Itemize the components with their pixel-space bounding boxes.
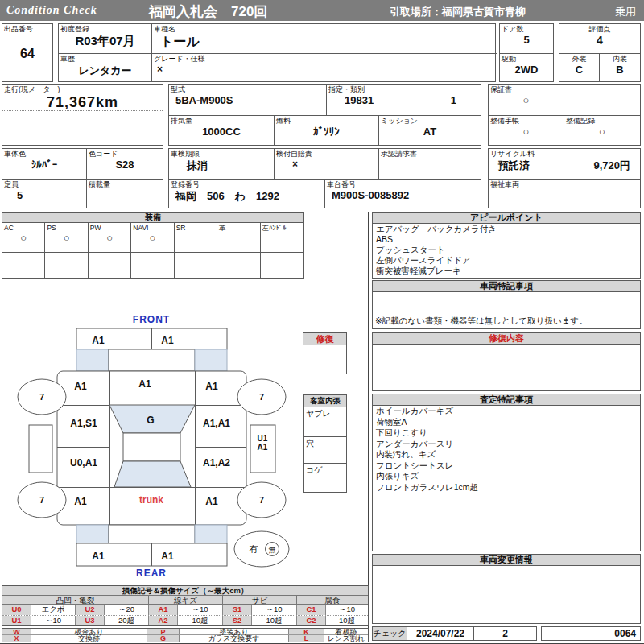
cabin-row-hole: 穴 [304, 437, 346, 464]
legend-row: U0 エクボ U2 ～20 A1 ～10 S1 ～10 C1 ～10 [2, 605, 368, 615]
warranty-cell: 保証書 ○ [489, 85, 564, 116]
drive-label: 駆動 [500, 54, 553, 64]
roof [123, 433, 180, 461]
title-bar: Condition Check 福岡入札会 720回 引取場所：福岡県古賀市青柳… [0, 0, 644, 21]
legend-size: ～10 [326, 605, 368, 615]
vehicle-notes-disclaimer: ※記載のない書類・機器等は無しとして取り扱います。 [375, 316, 588, 327]
taillight-right [195, 525, 227, 543]
legend-size: エクボ [31, 605, 76, 615]
wheel-fl-label: 7 [39, 392, 44, 402]
class-no-value: 19831 [345, 94, 374, 106]
right-sill-label-1: U1 [258, 434, 268, 443]
history-cell: 車歴 レンタカー [59, 54, 152, 82]
legend-code: P [147, 629, 180, 634]
legend-desc: ガラス交換要す [180, 635, 289, 642]
legend-code: A1 [149, 605, 178, 615]
cabin-interior-title: 客室内張 [304, 395, 346, 407]
score-label: 評価点 [559, 24, 640, 34]
legend-size: ～10 [31, 616, 76, 625]
lot-number-box: 出品番号 64 [2, 23, 53, 82]
legend-size: ～10 [178, 605, 223, 615]
equipment-mark: ○ [2, 232, 44, 244]
equipment-cell-sr: SR [175, 223, 217, 252]
model-code-box: 型式 5BA-M900S 指定・類別 19831 1 排気量 1000CC 燃料… [168, 84, 481, 146]
drive-cell: 駆動 2WD [500, 54, 553, 82]
recycle-status: 預託済 [498, 159, 530, 173]
appeal-line: エアバッグ バックカメラ付き [373, 224, 640, 234]
first-registration-value: R03年07月 [59, 34, 151, 49]
shaken-label: 車検期限 [169, 149, 274, 159]
doors-label: ドア数 [500, 24, 553, 34]
legend-size: 10超 [252, 616, 297, 625]
vehicle-category: 乗用 [615, 5, 636, 19]
maintenance-book-mark: ○ [489, 126, 564, 138]
front-fender-left-label: A1 [74, 381, 87, 392]
model-name-cell: 車種名 トール [152, 24, 497, 54]
legend-group: サビ [223, 596, 297, 604]
score-box: 評価点 4 外装 C 内装 B [559, 23, 641, 82]
front-panel [109, 349, 195, 371]
appeal-title: アピールポイント [373, 213, 640, 224]
legend-size: 20超 [105, 616, 149, 625]
repair-content-title: 修復内容 [373, 333, 640, 345]
left-side-step [29, 425, 52, 473]
assessment-title: 査定特記事項 [373, 394, 640, 406]
equipment-empty-row [2, 253, 303, 278]
basic-info-box: 初度登録 R03年07月 車種名 トール 車歴 レンタカー グレード・仕様 × [58, 23, 496, 82]
welfare-label: 福祉車両 [489, 180, 640, 189]
grade-value: × [152, 64, 497, 75]
equipment-title: 装備 [2, 213, 303, 223]
windshield-label: G [147, 415, 154, 426]
recycle-label: リサイクル料 [489, 149, 640, 159]
equipment-cell-pw: PW○ [89, 223, 131, 252]
recycle-fee: 9,720円 [593, 159, 630, 173]
appeal-section: アピールポイント エアバッグ バックカメラ付き ABS プッシュスタート 左側パ… [372, 212, 641, 279]
cabin-row-burn: コゲ [304, 464, 346, 492]
mileage-value: 71,367km [2, 94, 163, 111]
legend-code: K [289, 629, 324, 634]
transmission-label: ミッション [379, 116, 481, 126]
legend-size: ～10 [252, 605, 297, 615]
quarter-left-label: A1 [74, 496, 87, 507]
check-count: 2 [474, 627, 536, 640]
registration-label: 登録番号 [169, 180, 324, 189]
equipment-label: 左ﾊﾝﾄﾞﾙ [261, 223, 303, 232]
hood-label: A1 [138, 378, 151, 390]
chassis-label: 車台番号 [325, 180, 481, 189]
assessment-line: 下回りこすり [373, 427, 640, 439]
color-box: 車体色 ｼﾙﾊﾞｰ 色コード S28 定員 5 積載量 [2, 148, 163, 208]
jibaiseki-label: 検付自賠責 [275, 149, 378, 159]
maintenance-record-label: 整備記録 [564, 116, 640, 126]
assessment-section: 査定特記事項 ホイールカバーキズ 荷物室A 下回りこすり アンダーカバースリ 内… [372, 394, 641, 551]
registration-cell: 登録番号 福岡 506 わ 1292 [169, 180, 325, 208]
legend-group: 腐食 [297, 596, 368, 604]
mileage-history-row [2, 111, 163, 126]
appeal-line: 左側パワースライドドア [373, 255, 640, 266]
body-color-label: 車体色 [2, 149, 86, 159]
equipment-label: NAVI [131, 223, 173, 232]
interior-grade-value: B [600, 64, 640, 76]
spare-absent-label: 無 [269, 546, 276, 554]
doors-drive-box: ドア数 5 駆動 2WD [499, 23, 554, 82]
lot-number-label: 出品番号 [2, 24, 52, 34]
sheet-code: 0064 [541, 626, 641, 641]
wheel-rl-label: 7 [39, 495, 44, 505]
legend2-row: X 交換跡 G ガラス交換要す L レンズ割れ [2, 635, 368, 642]
front-door-right-label: A1,A1 [203, 418, 230, 429]
equipment-label: 革 [217, 223, 259, 232]
headlight-left [76, 349, 109, 371]
taillight-left [76, 525, 109, 543]
repair-mark-legend-table: W 板金あり P 塗装あり K 看板跡 X 交換跡 G ガラス交換要す L レン… [2, 628, 369, 642]
warranty-mark: ○ [489, 94, 564, 106]
assessment-line: アンダーカバースリ [373, 439, 640, 450]
legend-code: S1 [223, 605, 252, 615]
exterior-grade-label: 外装 [559, 54, 599, 64]
transmission-cell: ミッション AT [379, 116, 481, 145]
rear-panel [109, 525, 195, 543]
chassis-cell: 車台番号 M900S-0085892 [325, 180, 481, 208]
rear-window [114, 461, 191, 487]
equipment-mark: ○ [89, 232, 130, 244]
equipment-cell-ac: AC○ [2, 223, 45, 252]
change-info-section: 車両変更情報 [372, 554, 641, 624]
appeal-line: 衝突被害軽減ブレーキ [373, 266, 640, 276]
